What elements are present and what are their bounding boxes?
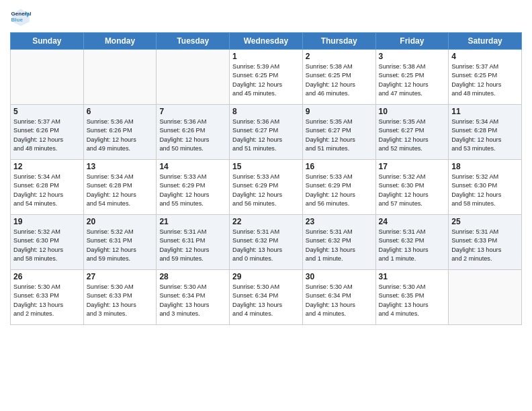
calendar-cell: 16Sunrise: 5:33 AM Sunset: 6:29 PM Dayli… [302, 160, 375, 215]
calendar-cell: 6Sunrise: 5:36 AM Sunset: 6:26 PM Daylig… [83, 105, 157, 160]
day-info: Sunrise: 5:39 AM Sunset: 6:25 PM Dayligh… [232, 62, 300, 98]
day-number: 7 [159, 107, 226, 116]
day-info: Sunrise: 5:30 AM Sunset: 6:34 PM Dayligh… [159, 283, 226, 318]
day-info: Sunrise: 5:32 AM Sunset: 6:30 PM Dayligh… [13, 228, 81, 263]
day-header-thursday: Thursday [302, 33, 375, 50]
day-info: Sunrise: 5:30 AM Sunset: 6:34 PM Dayligh… [306, 283, 373, 318]
day-info: Sunrise: 5:35 AM Sunset: 6:27 PM Dayligh… [306, 118, 373, 153]
day-number: 23 [306, 217, 373, 226]
page: General Blue SundayMondayTuesdayWednesda… [0, 0, 532, 411]
calendar-cell: 5Sunrise: 5:37 AM Sunset: 6:26 PM Daylig… [11, 105, 84, 160]
day-info: Sunrise: 5:33 AM Sunset: 6:29 PM Dayligh… [232, 173, 300, 208]
calendar-cell: 30Sunrise: 5:30 AM Sunset: 6:34 PM Dayli… [302, 270, 375, 325]
day-number: 15 [232, 162, 300, 171]
header: General Blue [10, 7, 522, 28]
day-info: Sunrise: 5:38 AM Sunset: 6:25 PM Dayligh… [306, 62, 373, 98]
calendar-cell: 11Sunrise: 5:34 AM Sunset: 6:28 PM Dayli… [449, 105, 522, 160]
calendar-cell: 21Sunrise: 5:31 AM Sunset: 6:31 PM Dayli… [157, 215, 230, 270]
calendar-cell [83, 50, 157, 105]
day-info: Sunrise: 5:30 AM Sunset: 6:34 PM Dayligh… [232, 283, 300, 318]
calendar-cell: 17Sunrise: 5:32 AM Sunset: 6:30 PM Dayli… [375, 160, 449, 215]
day-number: 4 [451, 52, 519, 61]
day-number: 28 [159, 272, 226, 281]
week-row-5: 26Sunrise: 5:30 AM Sunset: 6:33 PM Dayli… [11, 270, 522, 325]
calendar-cell: 8Sunrise: 5:36 AM Sunset: 6:27 PM Daylig… [230, 105, 303, 160]
calendar-cell: 19Sunrise: 5:32 AM Sunset: 6:30 PM Dayli… [11, 215, 84, 270]
calendar-cell: 27Sunrise: 5:30 AM Sunset: 6:33 PM Dayli… [83, 270, 157, 325]
day-number: 26 [13, 272, 81, 281]
day-header-wednesday: Wednesday [230, 33, 303, 50]
calendar-cell [11, 50, 84, 105]
day-info: Sunrise: 5:31 AM Sunset: 6:32 PM Dayligh… [379, 228, 446, 263]
day-info: Sunrise: 5:30 AM Sunset: 6:33 PM Dayligh… [13, 283, 81, 318]
day-info: Sunrise: 5:36 AM Sunset: 6:26 PM Dayligh… [159, 118, 226, 153]
calendar-cell: 2Sunrise: 5:38 AM Sunset: 6:25 PM Daylig… [302, 50, 375, 105]
svg-text:Blue: Blue [11, 17, 24, 23]
day-number: 11 [451, 107, 519, 116]
calendar-cell: 13Sunrise: 5:34 AM Sunset: 6:28 PM Dayli… [83, 160, 157, 215]
day-number: 6 [87, 107, 154, 116]
day-number: 21 [159, 217, 226, 226]
calendar-cell: 7Sunrise: 5:36 AM Sunset: 6:26 PM Daylig… [157, 105, 230, 160]
day-number: 14 [159, 162, 226, 171]
day-info: Sunrise: 5:33 AM Sunset: 6:29 PM Dayligh… [159, 173, 226, 208]
day-number: 9 [306, 107, 373, 116]
day-number: 19 [13, 217, 81, 226]
day-info: Sunrise: 5:32 AM Sunset: 6:30 PM Dayligh… [379, 173, 446, 208]
day-number: 24 [379, 217, 446, 226]
day-info: Sunrise: 5:31 AM Sunset: 6:31 PM Dayligh… [159, 228, 226, 263]
day-number: 10 [379, 107, 446, 116]
week-row-3: 12Sunrise: 5:34 AM Sunset: 6:28 PM Dayli… [11, 160, 522, 215]
day-info: Sunrise: 5:30 AM Sunset: 6:33 PM Dayligh… [87, 283, 154, 318]
day-info: Sunrise: 5:36 AM Sunset: 6:26 PM Dayligh… [87, 118, 154, 153]
calendar-table: SundayMondayTuesdayWednesdayThursdayFrid… [10, 32, 522, 325]
week-row-2: 5Sunrise: 5:37 AM Sunset: 6:26 PM Daylig… [11, 105, 522, 160]
calendar-cell: 24Sunrise: 5:31 AM Sunset: 6:32 PM Dayli… [375, 215, 449, 270]
calendar-cell: 26Sunrise: 5:30 AM Sunset: 6:33 PM Dayli… [11, 270, 84, 325]
calendar-cell: 23Sunrise: 5:31 AM Sunset: 6:32 PM Dayli… [302, 215, 375, 270]
week-row-4: 19Sunrise: 5:32 AM Sunset: 6:30 PM Dayli… [11, 215, 522, 270]
day-info: Sunrise: 5:34 AM Sunset: 6:28 PM Dayligh… [13, 173, 81, 208]
day-info: Sunrise: 5:38 AM Sunset: 6:25 PM Dayligh… [379, 62, 446, 98]
day-header-saturday: Saturday [449, 33, 522, 50]
calendar-cell: 1Sunrise: 5:39 AM Sunset: 6:25 PM Daylig… [230, 50, 303, 105]
day-number: 16 [306, 162, 373, 171]
calendar-cell: 10Sunrise: 5:35 AM Sunset: 6:27 PM Dayli… [375, 105, 449, 160]
day-number: 22 [232, 217, 300, 226]
day-number: 29 [232, 272, 300, 281]
week-row-1: 1Sunrise: 5:39 AM Sunset: 6:25 PM Daylig… [11, 50, 522, 105]
calendar-cell: 12Sunrise: 5:34 AM Sunset: 6:28 PM Dayli… [11, 160, 84, 215]
day-info: Sunrise: 5:31 AM Sunset: 6:33 PM Dayligh… [451, 228, 519, 263]
day-header-friday: Friday [375, 33, 449, 50]
day-number: 13 [87, 162, 154, 171]
calendar-cell: 29Sunrise: 5:30 AM Sunset: 6:34 PM Dayli… [230, 270, 303, 325]
day-header-sunday: Sunday [11, 33, 84, 50]
day-header-monday: Monday [83, 33, 157, 50]
day-info: Sunrise: 5:34 AM Sunset: 6:28 PM Dayligh… [451, 118, 519, 153]
day-info: Sunrise: 5:34 AM Sunset: 6:28 PM Dayligh… [87, 173, 154, 208]
day-number: 3 [379, 52, 446, 61]
calendar-cell: 15Sunrise: 5:33 AM Sunset: 6:29 PM Dayli… [230, 160, 303, 215]
day-info: Sunrise: 5:32 AM Sunset: 6:30 PM Dayligh… [451, 173, 519, 208]
day-info: Sunrise: 5:36 AM Sunset: 6:27 PM Dayligh… [232, 118, 300, 153]
day-number: 5 [13, 107, 81, 116]
day-number: 1 [232, 52, 300, 61]
day-number: 8 [232, 107, 300, 116]
day-info: Sunrise: 5:37 AM Sunset: 6:25 PM Dayligh… [451, 62, 519, 98]
calendar-cell: 4Sunrise: 5:37 AM Sunset: 6:25 PM Daylig… [449, 50, 522, 105]
day-info: Sunrise: 5:33 AM Sunset: 6:29 PM Dayligh… [306, 173, 373, 208]
calendar-cell: 20Sunrise: 5:32 AM Sunset: 6:31 PM Dayli… [83, 215, 157, 270]
day-info: Sunrise: 5:30 AM Sunset: 6:35 PM Dayligh… [379, 283, 446, 318]
calendar-cell: 9Sunrise: 5:35 AM Sunset: 6:27 PM Daylig… [302, 105, 375, 160]
calendar-cell: 31Sunrise: 5:30 AM Sunset: 6:35 PM Dayli… [375, 270, 449, 325]
logo-icon: General Blue [10, 7, 32, 28]
calendar-cell: 14Sunrise: 5:33 AM Sunset: 6:29 PM Dayli… [157, 160, 230, 215]
day-number: 27 [87, 272, 154, 281]
calendar-cell: 3Sunrise: 5:38 AM Sunset: 6:25 PM Daylig… [375, 50, 449, 105]
day-header-tuesday: Tuesday [157, 33, 230, 50]
calendar-cell [157, 50, 230, 105]
day-info: Sunrise: 5:31 AM Sunset: 6:32 PM Dayligh… [306, 228, 373, 263]
header-row: SundayMondayTuesdayWednesdayThursdayFrid… [11, 33, 522, 50]
day-number: 30 [306, 272, 373, 281]
calendar-cell: 25Sunrise: 5:31 AM Sunset: 6:33 PM Dayli… [449, 215, 522, 270]
